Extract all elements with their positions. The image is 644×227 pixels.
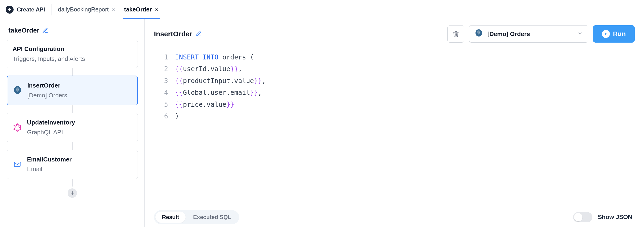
- plus-icon: [6, 6, 14, 14]
- line-number: 5: [154, 99, 175, 110]
- pill-executed-sql[interactable]: Executed SQL: [186, 212, 238, 223]
- close-icon[interactable]: [154, 8, 159, 12]
- node-sub: Triggers, Inputs, and Alerts: [13, 54, 132, 64]
- svg-point-16: [13, 125, 14, 126]
- code-line: 3{{productInput.value}},: [154, 75, 635, 87]
- code-line: 6): [154, 110, 635, 122]
- run-button[interactable]: Run: [593, 25, 635, 42]
- step-insertorder[interactable]: InsertOrder [Demo] Orders: [7, 76, 138, 105]
- code-line: 4{{Global.user.email}},: [154, 87, 635, 98]
- step-sub: [Demo] Orders: [28, 90, 68, 100]
- svg-point-12: [20, 125, 21, 126]
- step-header: InsertOrder [Demo] Orders: [154, 25, 635, 42]
- line-number: 4: [154, 87, 175, 98]
- postgres-icon: [474, 29, 483, 39]
- chevron-down-icon: [577, 31, 583, 37]
- tab-label: dailyBookingReport: [58, 6, 109, 13]
- connector: [72, 68, 72, 76]
- svg-point-8: [18, 89, 19, 90]
- main-panel: InsertOrder [Demo] Orders: [144, 19, 644, 227]
- run-label: Run: [613, 30, 626, 38]
- api-name: takeOrder: [8, 27, 39, 34]
- create-api-button[interactable]: Create API: [6, 4, 52, 16]
- api-flow: API Configuration Triggers, Inputs, and …: [7, 40, 137, 198]
- show-json-toggle[interactable]: [573, 212, 592, 222]
- svg-point-13: [20, 129, 21, 130]
- step-name: EmailCustomer: [27, 155, 72, 164]
- graphql-icon: [13, 123, 22, 132]
- play-icon: [602, 30, 610, 38]
- step-title: InsertOrder: [154, 30, 192, 38]
- add-step-button[interactable]: [68, 188, 77, 198]
- svg-point-11: [16, 123, 18, 124]
- step-emailcustomer[interactable]: EmailCustomer Email: [7, 150, 138, 179]
- email-icon: [13, 160, 22, 169]
- result-footer: Result Executed SQL Show JSON: [154, 207, 635, 227]
- line-number: 2: [154, 63, 175, 75]
- code-editor[interactable]: 1INSERT INTO orders (2{{userId.value}},3…: [154, 47, 635, 207]
- tabs: dailyBookingReport takeOrder: [58, 0, 159, 19]
- svg-point-14: [16, 130, 18, 132]
- connector: [72, 105, 72, 113]
- tab-label: takeOrder: [124, 6, 152, 13]
- result-tabs: Result Executed SQL: [154, 210, 239, 224]
- connector: [72, 142, 72, 150]
- step-name: InsertOrder: [28, 81, 68, 90]
- pill-result[interactable]: Result: [156, 212, 186, 223]
- svg-marker-10: [14, 124, 20, 129]
- step-sub: Email: [27, 164, 72, 174]
- svg-point-15: [13, 129, 14, 130]
- code-line: 2{{userId.value}},: [154, 63, 635, 75]
- code-line: 5{{price.value}}: [154, 99, 635, 110]
- show-json-label: Show JSON: [598, 214, 632, 221]
- datasource-select[interactable]: [Demo] Orders: [469, 25, 588, 42]
- svg-point-7: [16, 89, 17, 90]
- step-updateinventory[interactable]: UpdateInventory GraphQL API: [7, 113, 138, 142]
- delete-button[interactable]: [448, 25, 464, 42]
- connector: [72, 179, 72, 186]
- step-sub: GraphQL API: [27, 128, 75, 137]
- line-number: 3: [154, 75, 175, 87]
- step-name: UpdateInventory: [27, 118, 75, 128]
- create-api-label: Create API: [17, 6, 45, 13]
- line-number: 1: [154, 52, 175, 63]
- node-title: API Configuration: [13, 44, 132, 54]
- postgres-icon: [13, 86, 22, 95]
- api-name-header: takeOrder: [7, 27, 137, 34]
- tab-dailybookingreport[interactable]: dailyBookingReport: [58, 0, 116, 19]
- api-config-node[interactable]: API Configuration Triggers, Inputs, and …: [7, 40, 138, 68]
- svg-point-21: [478, 32, 478, 32]
- svg-marker-23: [605, 33, 607, 35]
- close-icon[interactable]: [112, 8, 116, 12]
- edit-icon[interactable]: [196, 31, 202, 37]
- datasource-label: [Demo] Orders: [488, 30, 530, 38]
- svg-point-22: [479, 32, 480, 32]
- topbar: Create API dailyBookingReport takeOrder: [0, 0, 644, 19]
- edit-icon[interactable]: [42, 28, 48, 34]
- sidebar: takeOrder API Configuration Triggers, In…: [0, 19, 144, 227]
- line-number: 6: [154, 110, 175, 122]
- code-line: 1INSERT INTO orders (: [154, 52, 635, 63]
- tab-takeorder[interactable]: takeOrder: [124, 0, 159, 19]
